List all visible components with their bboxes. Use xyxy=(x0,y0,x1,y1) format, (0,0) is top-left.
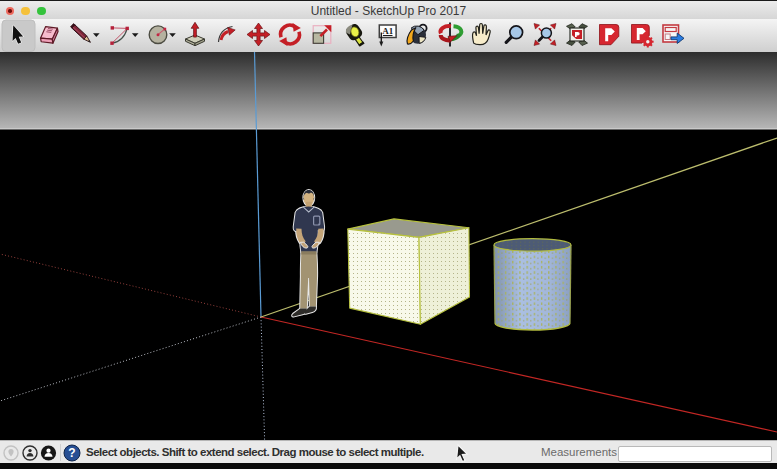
svg-text:?: ? xyxy=(68,446,75,460)
svg-text:A1: A1 xyxy=(382,26,393,36)
